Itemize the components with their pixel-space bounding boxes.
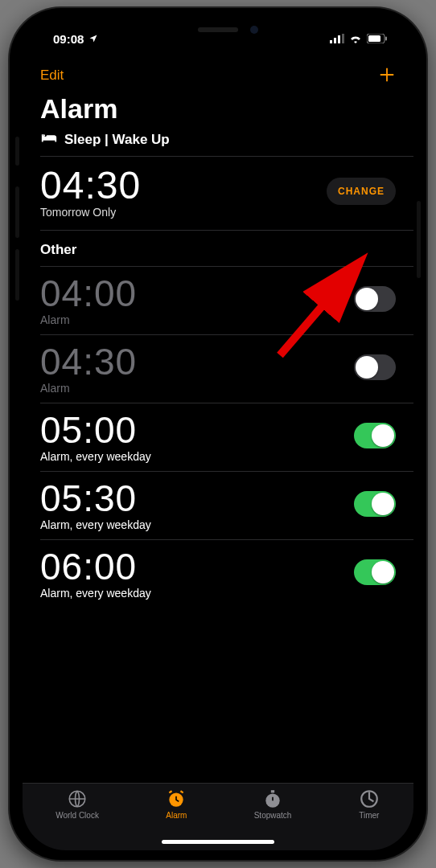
stopwatch-icon xyxy=(261,788,284,809)
tab-stopwatch[interactable]: Stopwatch xyxy=(254,788,292,820)
alarm-row[interactable]: 06:00Alarm, every weekday xyxy=(23,540,413,608)
home-indicator[interactable] xyxy=(162,840,274,844)
nav-bar: Edit xyxy=(23,55,413,90)
other-section-header: Other xyxy=(23,231,413,266)
tab-bar: World Clock Alarm Stopwatch Timer xyxy=(23,783,413,850)
sleep-wake-time: 04:30 xyxy=(40,163,141,207)
tab-label: Timer xyxy=(359,811,379,820)
mute-switch xyxy=(15,137,19,166)
alarm-toggle[interactable] xyxy=(354,559,396,585)
volume-up-button xyxy=(15,186,19,238)
content-area: 09:08 Edit Alarm S xyxy=(23,18,413,783)
alarm-toggle[interactable] xyxy=(354,286,396,312)
alarm-toggle[interactable] xyxy=(354,423,396,448)
alarm-row[interactable]: 05:00Alarm, every weekday xyxy=(23,403,413,471)
wifi-icon xyxy=(349,34,362,43)
volume-down-button xyxy=(15,249,19,301)
add-alarm-button[interactable] xyxy=(378,63,396,88)
svg-rect-5 xyxy=(368,35,380,42)
svg-rect-10 xyxy=(271,790,274,792)
alarm-label: Alarm xyxy=(40,313,137,326)
phone-frame: 09:08 Edit Alarm S xyxy=(10,8,426,860)
alarm-time: 05:30 xyxy=(40,477,151,520)
notch xyxy=(134,18,302,42)
alarm-row[interactable]: 04:00Alarm xyxy=(23,267,413,334)
svg-rect-2 xyxy=(338,35,340,43)
cellular-icon xyxy=(330,34,344,43)
screen: 09:08 Edit Alarm S xyxy=(23,18,413,850)
alarm-list: 04:00Alarm04:30Alarm05:00Alarm, every we… xyxy=(23,267,413,608)
change-button[interactable]: CHANGE xyxy=(327,178,396,205)
svg-rect-3 xyxy=(342,34,344,43)
tab-world-clock[interactable]: World Clock xyxy=(56,788,99,820)
svg-rect-0 xyxy=(330,40,332,43)
timer-icon xyxy=(358,788,380,809)
front-camera xyxy=(250,26,258,34)
edit-button[interactable]: Edit xyxy=(40,68,64,84)
plus-icon xyxy=(378,66,396,84)
tab-alarm[interactable]: Alarm xyxy=(165,788,187,820)
svg-rect-1 xyxy=(334,38,336,43)
tab-label: World Clock xyxy=(56,811,99,820)
alarm-toggle[interactable] xyxy=(354,491,396,517)
globe-icon xyxy=(66,788,88,809)
sleep-section-header: Sleep | Wake Up xyxy=(23,129,413,156)
power-button xyxy=(417,201,421,278)
sleep-wake-row: 04:30 Tomorrow Only CHANGE xyxy=(23,157,413,230)
alarm-label: Alarm, every weekday xyxy=(40,587,151,600)
speaker xyxy=(198,27,238,32)
sleep-wake-subtitle: Tomorrow Only xyxy=(40,206,141,219)
bed-icon xyxy=(40,131,58,148)
svg-rect-6 xyxy=(385,37,387,41)
alarm-time: 04:30 xyxy=(40,340,137,383)
sleep-header-label: Sleep | Wake Up xyxy=(64,132,170,148)
alarm-time: 05:00 xyxy=(40,408,151,452)
tab-label: Alarm xyxy=(166,811,187,820)
alarm-time: 04:00 xyxy=(40,272,137,315)
tab-label: Stopwatch xyxy=(254,811,292,820)
page-title: Alarm xyxy=(23,90,413,129)
alarm-row[interactable]: 05:30Alarm, every weekday xyxy=(23,472,413,539)
alarm-time: 06:00 xyxy=(40,545,151,588)
tab-timer[interactable]: Timer xyxy=(358,788,380,820)
alarm-label: Alarm, every weekday xyxy=(40,450,151,463)
alarm-toggle[interactable] xyxy=(354,354,396,380)
alarm-row[interactable]: 04:30Alarm xyxy=(23,335,413,403)
alarm-label: Alarm, every weekday xyxy=(40,518,151,531)
alarm-clock-icon xyxy=(165,788,187,809)
status-time: 09:08 xyxy=(53,32,84,46)
battery-icon xyxy=(367,34,388,43)
location-icon xyxy=(88,34,98,43)
alarm-label: Alarm xyxy=(40,382,137,395)
